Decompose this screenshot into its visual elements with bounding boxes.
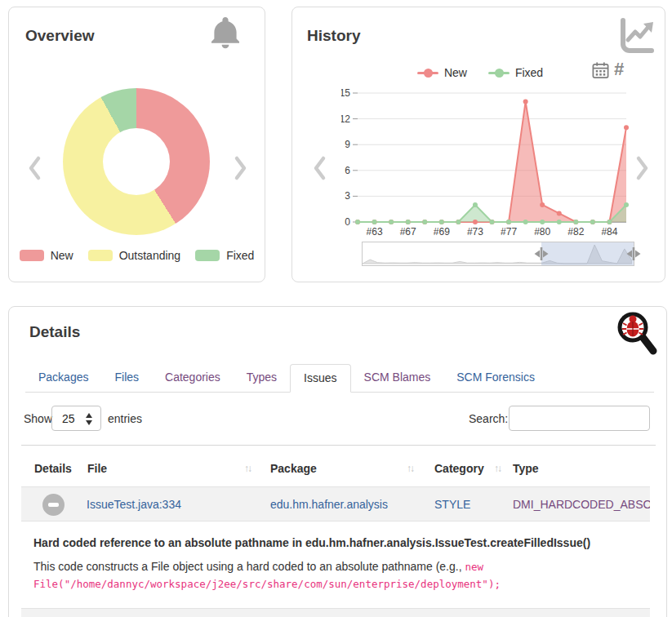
legend-swatch-icon [20, 250, 44, 261]
issue-detail-description: This code constructs a File object using… [33, 558, 644, 593]
table-divider [21, 445, 656, 446]
legend-marker-icon [488, 69, 510, 78]
table-row: IssueTest.java:334 edu.hm.hafner.analysi… [21, 486, 650, 522]
legend-item[interactable]: New [417, 66, 467, 79]
sort-icon-file[interactable]: ↑↓ [244, 463, 251, 474]
svg-text:#63: #63 [367, 226, 383, 237]
svg-text:0: 0 [345, 216, 350, 228]
legend-label: New [51, 249, 73, 262]
overview-card: Overview NewOutstandingFixed [8, 7, 265, 282]
svg-text:9: 9 [345, 139, 350, 150]
tab-issues[interactable]: Issues [290, 364, 350, 393]
search-input[interactable] [509, 406, 650, 431]
legend-item[interactable]: Fixed [488, 66, 543, 79]
legend-swatch-icon [88, 250, 113, 261]
issue-detail-text: This code constructs a File object using… [33, 560, 465, 573]
legend-label: Outstanding [119, 249, 181, 262]
trend-chart-icon [617, 17, 655, 55]
col-header-file[interactable]: File [87, 462, 107, 475]
details-card-title: Details [29, 323, 80, 341]
history-legend[interactable]: NewFixed [390, 66, 570, 79]
legend-label: New [444, 66, 467, 79]
legend-swatch-icon [195, 250, 220, 261]
col-header-category[interactable]: Category [434, 462, 484, 475]
datazoom-selection[interactable] [541, 242, 634, 265]
history-area-chart: 03691215#63#67#69#73#77#80#82#84 [341, 89, 635, 244]
package-link[interactable]: edu.hm.hafner.analysis [270, 498, 388, 511]
select-spinner-icon [86, 413, 93, 425]
carousel-next-icon[interactable] [232, 154, 248, 182]
svg-text:#73: #73 [467, 226, 483, 237]
page-size-select[interactable]: 25 [51, 406, 101, 431]
col-header-package[interactable]: Package [270, 462, 317, 475]
tab-scm-forensics[interactable]: SCM Forensics [443, 364, 548, 392]
type-link[interactable]: DMI_HARDCODED_ABSOLUTE_FILENAME [513, 498, 650, 511]
legend-label: Fixed [226, 249, 254, 262]
svg-text:#77: #77 [501, 226, 517, 237]
svg-text:3: 3 [345, 190, 350, 202]
page-size-value: 25 [62, 412, 75, 425]
svg-text:12: 12 [341, 113, 350, 125]
tab-files[interactable]: Files [101, 364, 152, 392]
calendar-axis-toggle-icon[interactable] [591, 61, 610, 80]
svg-text:#69: #69 [434, 226, 450, 237]
bell-icon [207, 14, 243, 51]
show-label: Show [24, 412, 52, 425]
sort-icon-package[interactable]: ↑↓ [407, 463, 413, 474]
collapse-row-button[interactable] [42, 494, 65, 516]
svg-text:#82: #82 [567, 226, 584, 237]
col-header-details: Details [34, 462, 72, 475]
datazoom-left-handle-icon[interactable] [534, 246, 549, 261]
details-card: Details PackagesFilesCategoriesTypesIssu… [8, 306, 667, 617]
build-number-axis-toggle-icon[interactable]: # [614, 59, 633, 79]
overview-legend: NewOutstandingFixed [9, 249, 265, 262]
sort-icon-category[interactable]: ↑↓ [494, 463, 501, 474]
carousel-next-icon[interactable] [634, 154, 650, 182]
svg-text:#84: #84 [601, 226, 617, 237]
svg-text:#67: #67 [400, 226, 416, 237]
datazoom-right-handle-icon[interactable] [626, 246, 641, 261]
history-card: History NewFixed # 03691215#63#67#69#73#… [291, 7, 665, 282]
legend-label: Fixed [515, 66, 543, 79]
svg-text:6: 6 [345, 165, 350, 176]
search-label: Search: [469, 412, 508, 425]
legend-item: Fixed [195, 249, 254, 262]
table-row-partial [21, 608, 650, 617]
entries-label: entries [108, 412, 142, 425]
category-link[interactable]: STYLE [434, 498, 470, 511]
tab-types[interactable]: Types [234, 364, 290, 392]
history-card-title: History [307, 27, 360, 45]
carousel-prev-icon[interactable] [27, 154, 43, 182]
history-datazoom-slider[interactable] [362, 242, 634, 266]
tab-scm-blames[interactable]: SCM Blames [351, 364, 444, 392]
overview-card-title: Overview [25, 27, 95, 45]
svg-text:#80: #80 [534, 226, 550, 237]
legend-item: New [20, 249, 73, 262]
tab-packages[interactable]: Packages [25, 364, 101, 392]
issue-detail-heading: Hard coded reference to an absolute path… [33, 536, 642, 549]
legend-marker-icon [417, 69, 438, 78]
findbugs-bug-magnifier-icon [616, 310, 658, 357]
carousel-prev-icon[interactable] [312, 154, 328, 182]
svg-text:15: 15 [341, 89, 350, 99]
col-header-type[interactable]: Type [513, 462, 539, 475]
file-link[interactable]: IssueTest.java:334 [87, 498, 181, 511]
tab-categories[interactable]: Categories [152, 364, 234, 392]
severity-donut-chart[interactable] [63, 88, 210, 235]
legend-item: Outstanding [88, 249, 181, 262]
details-tab-bar: PackagesFilesCategoriesTypesIssuesSCM Bl… [25, 364, 654, 393]
